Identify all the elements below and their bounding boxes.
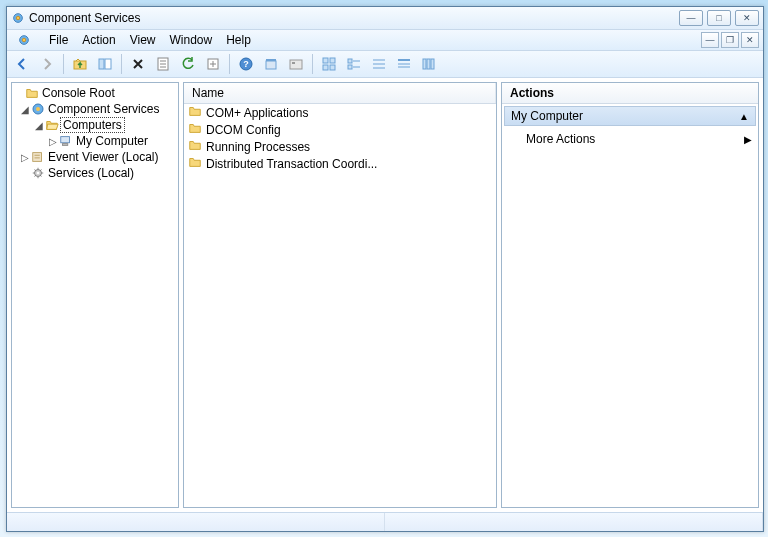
properties-button[interactable] (152, 53, 174, 75)
tree-label: Component Services (46, 102, 161, 116)
svg-rect-37 (61, 137, 70, 143)
svg-rect-33 (427, 59, 430, 69)
expanded-caret-icon[interactable]: ◢ (34, 120, 44, 131)
component-services-icon (30, 101, 46, 117)
view-status-button[interactable] (318, 53, 340, 75)
view-detail-button[interactable] (418, 53, 440, 75)
svg-rect-39 (33, 153, 42, 162)
svg-rect-5 (99, 59, 104, 69)
event-viewer-icon (30, 149, 46, 165)
collapse-icon: ▲ (739, 111, 749, 122)
list-item-label: DCOM Config (206, 123, 281, 137)
tree-label: My Computer (74, 134, 150, 148)
up-button[interactable] (69, 53, 91, 75)
mdi-minimize-button[interactable]: — (701, 32, 719, 48)
mdi-restore-button[interactable]: ❐ (721, 32, 739, 48)
help-button[interactable]: ? (235, 53, 257, 75)
actions-section-label: My Computer (511, 109, 583, 123)
list-item[interactable]: COM+ Applications (184, 104, 496, 121)
shutdown-button[interactable] (260, 53, 282, 75)
delete-button[interactable] (127, 53, 149, 75)
menu-window[interactable]: Window (164, 31, 219, 49)
minimize-button[interactable]: — (679, 10, 703, 26)
forward-button[interactable] (36, 53, 58, 75)
tree-label: Computers (60, 117, 125, 133)
folder-icon (188, 155, 202, 172)
tree-component-services[interactable]: ◢ Component Services (12, 101, 178, 117)
list-item-label: Distributed Transaction Coordi... (206, 157, 377, 171)
tree-my-computer[interactable]: ▷ My Computer (12, 133, 178, 149)
expanded-caret-icon[interactable]: ◢ (20, 104, 30, 115)
view-list-button[interactable] (393, 53, 415, 75)
svg-rect-21 (330, 65, 335, 70)
actions-header: Actions (502, 83, 758, 104)
svg-rect-6 (105, 59, 111, 69)
svg-rect-29 (398, 59, 410, 61)
svg-rect-19 (330, 58, 335, 63)
computer-icon (58, 133, 74, 149)
view-large-icons-button[interactable] (343, 53, 365, 75)
list-header: Name (184, 83, 496, 104)
svg-rect-18 (323, 58, 328, 63)
svg-rect-22 (348, 59, 352, 63)
tree-services[interactable]: Services (Local) (12, 165, 178, 181)
tree-pane[interactable]: Console Root ◢ Component Services ◢ Comp… (11, 82, 179, 508)
collapsed-caret-icon[interactable]: ▷ (48, 136, 58, 147)
actions-more-label: More Actions (526, 132, 595, 146)
titlebar: Component Services — □ ✕ (7, 7, 763, 30)
maximize-button[interactable]: □ (707, 10, 731, 26)
folder-icon (188, 138, 202, 155)
svg-rect-20 (323, 65, 328, 70)
svg-rect-16 (290, 60, 302, 69)
folder-icon (188, 121, 202, 138)
list-item[interactable]: DCOM Config (184, 121, 496, 138)
refresh-button[interactable] (177, 53, 199, 75)
svg-text:?: ? (243, 59, 249, 69)
folder-icon (24, 85, 40, 101)
show-hide-tree-button[interactable] (94, 53, 116, 75)
svg-rect-17 (292, 62, 295, 64)
tree-computers[interactable]: ◢ Computers (12, 117, 178, 133)
statusbar (7, 512, 763, 531)
app-icon (11, 11, 25, 25)
folder-icon (188, 104, 202, 121)
tree-label: Services (Local) (46, 166, 136, 180)
actions-section-my-computer[interactable]: My Computer ▲ (504, 106, 756, 126)
folder-open-icon (44, 117, 60, 133)
list-pane[interactable]: Name COM+ Applications DCOM Config Runni… (183, 82, 497, 508)
menu-view[interactable]: View (124, 31, 162, 49)
actions-pane: Actions My Computer ▲ More Actions ▶ (501, 82, 759, 508)
menu-help[interactable]: Help (220, 31, 257, 49)
list-item[interactable]: Running Processes (184, 138, 496, 155)
list-item-label: Running Processes (206, 140, 310, 154)
collapsed-caret-icon[interactable]: ▷ (20, 152, 30, 163)
svg-rect-14 (266, 61, 276, 69)
toolbar: ? (7, 51, 763, 78)
mdi-close-button[interactable]: ✕ (741, 32, 759, 48)
menu-file[interactable]: File (43, 31, 74, 49)
install-button[interactable] (285, 53, 307, 75)
menu-action[interactable]: Action (76, 31, 121, 49)
tree-event-viewer[interactable]: ▷ Event Viewer (Local) (12, 149, 178, 165)
system-menu-icon[interactable] (11, 31, 37, 49)
svg-rect-24 (348, 65, 352, 69)
tree-console-root[interactable]: Console Root (12, 85, 178, 101)
window-title: Component Services (29, 11, 140, 25)
tree-label: Console Root (40, 86, 117, 100)
svg-point-1 (16, 16, 20, 20)
tree-label: Event Viewer (Local) (46, 150, 161, 164)
export-button[interactable] (202, 53, 224, 75)
svg-rect-34 (431, 59, 434, 69)
close-button[interactable]: ✕ (735, 10, 759, 26)
menubar: File Action View Window Help — ❐ ✕ (7, 30, 763, 51)
list-item[interactable]: Distributed Transaction Coordi... (184, 155, 496, 172)
view-small-icons-button[interactable] (368, 53, 390, 75)
actions-more[interactable]: More Actions ▶ (502, 128, 758, 150)
svg-point-43 (37, 172, 40, 175)
back-button[interactable] (11, 53, 33, 75)
svg-point-36 (36, 107, 40, 111)
services-icon (30, 165, 46, 181)
column-name[interactable]: Name (184, 83, 496, 103)
svg-rect-32 (423, 59, 426, 69)
svg-point-3 (22, 38, 26, 42)
